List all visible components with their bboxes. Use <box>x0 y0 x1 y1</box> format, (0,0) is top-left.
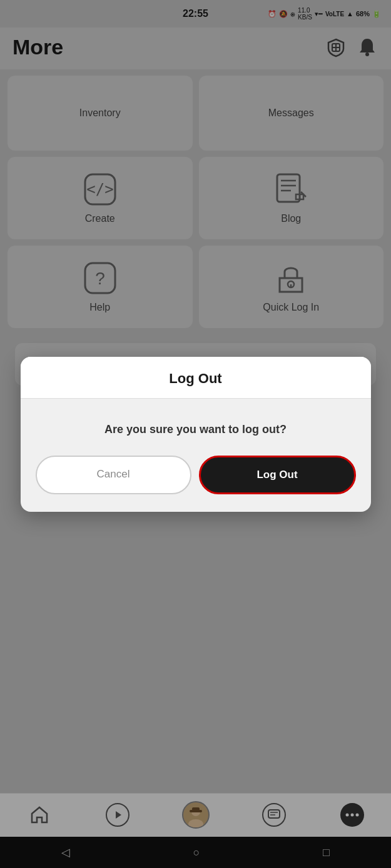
logout-modal: Log Out Are you sure you want to log out… <box>21 357 371 512</box>
modal-header: Log Out <box>21 357 371 399</box>
modal-title: Log Out <box>169 371 221 386</box>
modal-overlay: Log Out Are you sure you want to log out… <box>0 0 391 868</box>
confirm-logout-button[interactable]: Log Out <box>199 456 356 494</box>
modal-actions: Cancel Log Out <box>21 456 371 512</box>
cancel-label: Cancel <box>97 468 130 480</box>
cancel-button[interactable]: Cancel <box>36 456 191 494</box>
confirm-logout-label: Log Out <box>256 469 297 481</box>
modal-body: Are you sure you want to log out? <box>21 399 371 456</box>
modal-message: Are you sure you want to log out? <box>104 423 287 436</box>
